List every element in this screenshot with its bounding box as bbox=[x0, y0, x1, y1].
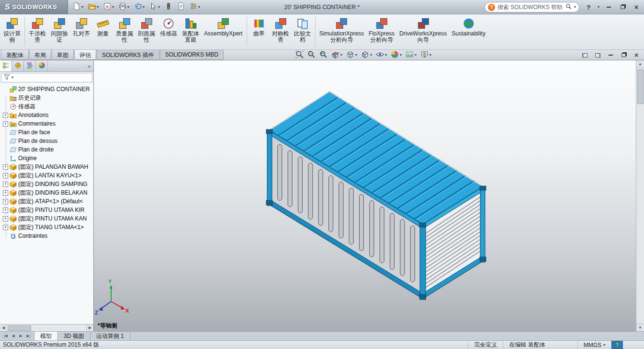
options-button[interactable]: ▾ bbox=[188, 1, 202, 13]
scroll-left-button[interactable]: ◀ bbox=[0, 325, 7, 331]
doc-tab-model[interactable]: 模型 bbox=[34, 332, 58, 340]
compare-documents-button[interactable]: 比较文档 bbox=[292, 15, 314, 48]
doc-minimize-button[interactable] bbox=[607, 51, 614, 59]
tree-item[interactable]: +(固定) ATAP<1> (Défaut< bbox=[0, 197, 93, 206]
panel-tab-configuration-manager[interactable] bbox=[24, 60, 36, 71]
tab-solidworks-mbd[interactable]: SOLIDWORKS MBD bbox=[160, 50, 224, 60]
tab-evaluate[interactable]: 评估 bbox=[74, 50, 96, 60]
tree-item[interactable]: +AAnnotations bbox=[0, 111, 93, 119]
panel-overflow-chevron[interactable]: » bbox=[85, 60, 93, 71]
expand-toggle[interactable]: + bbox=[3, 190, 8, 196]
dropdown-caret[interactable]: ▾ bbox=[81, 5, 83, 9]
panel-tab-feature-manager[interactable] bbox=[0, 60, 12, 71]
assembly-visualization-button[interactable]: 装配体直观 bbox=[180, 15, 202, 48]
panel-horizontal-scrollbar[interactable]: ◀ ▶ bbox=[0, 324, 93, 331]
dropdown-caret[interactable]: ▾ bbox=[370, 53, 372, 57]
tab-sketch[interactable]: 草图 bbox=[52, 50, 74, 60]
hole-alignment-button[interactable]: 孔对齐 bbox=[70, 15, 92, 48]
dropdown-caret[interactable]: ▾ bbox=[340, 53, 342, 57]
view-settings-button[interactable]: ▾ bbox=[419, 50, 432, 60]
select-button[interactable]: ▾ bbox=[147, 1, 162, 13]
floxpress-button[interactable]: FloXpress分析向导 bbox=[366, 15, 397, 48]
tree-item[interactable]: Plan de dessus bbox=[0, 137, 93, 145]
previous-tab-button[interactable]: ◀ bbox=[10, 333, 16, 340]
units-dropdown-caret[interactable]: ▾ bbox=[603, 343, 605, 347]
clearance-verification-button[interactable]: 间隙验证 bbox=[48, 15, 70, 48]
left-pane-toggle-button[interactable] bbox=[581, 51, 588, 59]
doc-tab-motion-study-1[interactable]: 运动算例 1 bbox=[90, 332, 130, 340]
tree-item[interactable]: +(固定) TIANG UTAMA<1> bbox=[0, 223, 93, 232]
hide-show-items-button[interactable]: ▾ bbox=[375, 50, 388, 60]
scroll-thumb[interactable] bbox=[637, 70, 644, 104]
tree-item[interactable]: +(固定) DINDING SAMPING bbox=[0, 180, 93, 188]
symmetry-check-button[interactable]: 对称检查 bbox=[270, 15, 292, 48]
doc-restore-button[interactable] bbox=[620, 51, 627, 59]
tree-item[interactable]: Plan de droite bbox=[0, 145, 93, 154]
units-selector[interactable]: MMGS▾ bbox=[577, 341, 611, 349]
restore-button[interactable] bbox=[618, 2, 627, 12]
expand-toggle[interactable]: + bbox=[3, 164, 8, 170]
expand-toggle[interactable]: + bbox=[3, 121, 8, 127]
tree-item[interactable]: 20' SHIPPING CONTAINER bbox=[0, 85, 93, 93]
section-view-button[interactable]: ▾ bbox=[330, 50, 343, 60]
expand-toggle[interactable]: + bbox=[3, 216, 8, 221]
measure-button[interactable]: 测量 bbox=[92, 15, 113, 48]
search-icon[interactable] bbox=[565, 3, 572, 11]
quick-tips-button[interactable]: ? bbox=[611, 341, 623, 349]
assemblyxpert-button[interactable]: AssemblyXpert bbox=[202, 15, 245, 48]
tree-filter-bar[interactable]: ▾ bbox=[1, 73, 92, 82]
make-drawing-button[interactable]: A▾ bbox=[102, 1, 116, 13]
dropdown-caret[interactable]: ▾ bbox=[385, 53, 387, 57]
scroll-thumb[interactable] bbox=[8, 326, 31, 331]
tree-item[interactable]: Plan de face bbox=[0, 128, 93, 137]
tree-item[interactable]: +(固定) PINTU UTAMA KIR bbox=[0, 206, 93, 214]
tree-item[interactable]: Origine bbox=[0, 154, 93, 163]
tab-assembly[interactable]: 装配体 bbox=[1, 50, 29, 60]
interference-detection-button[interactable]: 干涉检查 bbox=[26, 15, 48, 48]
viewport-vertical-scrollbar[interactable]: ▲ ▼ bbox=[636, 60, 644, 331]
expand-toggle[interactable]: + bbox=[3, 113, 8, 118]
dropdown-caret[interactable]: ▾ bbox=[429, 53, 431, 57]
tree-item[interactable]: 历史记录 bbox=[0, 93, 93, 102]
panel-tab-display-manager[interactable] bbox=[36, 60, 48, 71]
dropdown-caret[interactable]: ▾ bbox=[198, 5, 200, 9]
new-document-button[interactable]: ▾ bbox=[71, 1, 85, 13]
tab-solidworks-addins[interactable]: SOLIDWORKS 插件 bbox=[97, 50, 159, 60]
3d-viewport[interactable]: YXZ *等轴测 bbox=[94, 60, 636, 331]
doc-close-button[interactable]: × bbox=[633, 51, 640, 59]
help-button[interactable]: ? bbox=[584, 2, 593, 12]
scroll-up-button[interactable]: ▲ bbox=[636, 60, 644, 68]
section-properties-button[interactable]: 剖面属性 bbox=[136, 15, 158, 48]
driveworksxpress-button[interactable]: DriveWorksXpress向导 bbox=[397, 15, 449, 48]
filter-dropdown-caret[interactable]: ▾ bbox=[11, 76, 13, 80]
tree-item[interactable]: +(固定) DINDING BELAKAN bbox=[0, 188, 93, 197]
dropdown-caret[interactable]: ▾ bbox=[415, 53, 417, 57]
search-dropdown-caret[interactable]: ▾ bbox=[574, 5, 576, 9]
tab-layout[interactable]: 布局 bbox=[29, 50, 51, 60]
tree-item[interactable]: +(固定) LANTAI KAYU<1> bbox=[0, 171, 93, 180]
undo-button[interactable]: ▾ bbox=[132, 1, 147, 13]
right-pane-toggle-button[interactable] bbox=[594, 51, 601, 59]
file-properties-button[interactable] bbox=[175, 1, 187, 13]
doc-tab-3d-views[interactable]: 3D 视图 bbox=[58, 332, 90, 340]
dropdown-caret[interactable]: ▾ bbox=[158, 5, 160, 9]
sustainability-button[interactable]: Sustainability bbox=[449, 15, 488, 48]
open-button[interactable]: ▾ bbox=[86, 1, 101, 13]
help-dropdown-caret[interactable]: ▾ bbox=[598, 5, 599, 9]
scroll-right-button[interactable]: ▶ bbox=[86, 325, 93, 331]
dropdown-caret[interactable]: ▾ bbox=[355, 53, 357, 57]
zoom-fit-button[interactable] bbox=[294, 50, 305, 60]
apply-scene-button[interactable]: ▾ bbox=[405, 50, 418, 60]
first-tab-button[interactable]: |◀ bbox=[2, 333, 9, 340]
search-input[interactable]: ? 搜索 SOLIDWORKS 帮助 ▾ bbox=[485, 2, 579, 12]
tree-item[interactable]: +(固定) PALANGAN BAWAH bbox=[0, 163, 93, 171]
dropdown-caret[interactable]: ▾ bbox=[97, 5, 99, 9]
last-tab-button[interactable]: ▶| bbox=[25, 333, 32, 340]
simulationxpress-button[interactable]: SimulationXpress分析向导 bbox=[317, 15, 366, 48]
shipping-container-model[interactable]: YXZ bbox=[94, 60, 636, 331]
expand-toggle[interactable]: + bbox=[3, 182, 8, 187]
dropdown-caret[interactable]: ▾ bbox=[127, 5, 129, 9]
dropdown-caret[interactable]: ▾ bbox=[112, 5, 114, 9]
dropdown-caret[interactable]: ▾ bbox=[143, 5, 145, 9]
sensor-button[interactable]: 传感器 bbox=[158, 15, 180, 48]
